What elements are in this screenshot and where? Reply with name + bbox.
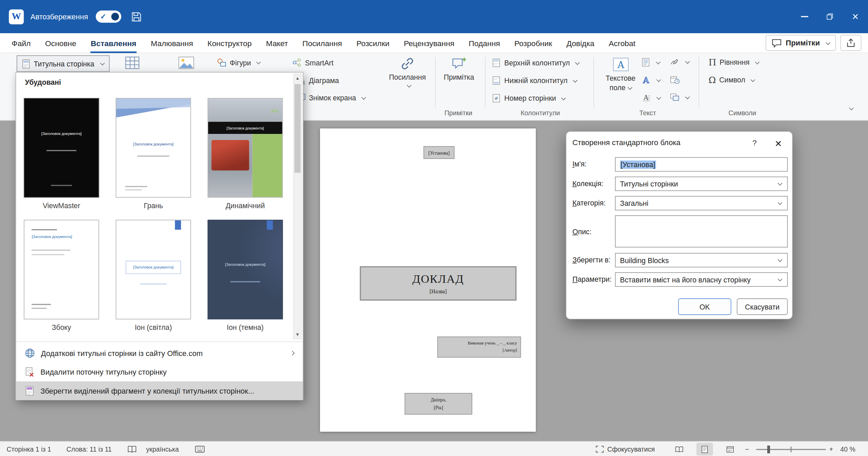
- autosave-toggle[interactable]: ✓: [96, 11, 121, 23]
- keyboard-language-button[interactable]: [195, 442, 205, 456]
- object-icon: [670, 93, 680, 101]
- tab-insert[interactable]: Вставлення: [83, 33, 143, 53]
- gallery-scrollbar[interactable]: ▲ ▼: [293, 74, 301, 339]
- submenu-arrow-icon: [290, 351, 295, 356]
- thumb-title: [Заголовок документа]: [32, 234, 87, 239]
- save-in-select[interactable]: Building Blocks: [615, 253, 788, 267]
- tab-acrobat[interactable]: Acrobat: [601, 33, 643, 53]
- tab-draw[interactable]: Малювання: [143, 33, 200, 53]
- screenshot-label: Знімок екрана: [309, 94, 356, 102]
- header-button[interactable]: Верхній колонтитул: [492, 58, 579, 67]
- word-logo-icon[interactable]: W: [9, 9, 24, 24]
- new-comment-button[interactable]: Примітка: [441, 57, 477, 81]
- options-select[interactable]: Вставити вміст на його власну сторінку: [615, 272, 788, 286]
- zoom-in-button[interactable]: +: [829, 442, 833, 456]
- read-mode-button[interactable]: [671, 442, 688, 456]
- wordart-button[interactable]: A: [641, 75, 660, 85]
- symbol-button[interactable]: Ω Символ: [709, 75, 755, 85]
- minimize-button[interactable]: [792, 0, 817, 33]
- thumb-decor: [32, 250, 71, 251]
- city-year-content-control[interactable]: Дніпро, [Рік]: [405, 393, 472, 415]
- document-page[interactable]: [Установа] ДОКЛАД [Назва] Виконав учень …: [320, 128, 536, 432]
- chevron-down-icon: [777, 181, 782, 185]
- focus-button[interactable]: Сфокусуватися: [596, 442, 655, 456]
- page-indicator[interactable]: Сторінка 1 із 1: [7, 442, 51, 456]
- ok-button[interactable]: OK: [678, 298, 731, 315]
- scroll-down-button[interactable]: ▼: [294, 331, 301, 339]
- table-button[interactable]: [125, 57, 139, 70]
- tab-home[interactable]: Основне: [38, 33, 83, 53]
- thumb-decor: [125, 190, 141, 191]
- tab-review[interactable]: Рецензування: [397, 33, 461, 53]
- tab-developer[interactable]: Розробник: [507, 33, 559, 53]
- drop-cap-button[interactable]: A: [641, 93, 660, 102]
- dialog-close-button[interactable]: ✕: [770, 136, 787, 151]
- shapes-button[interactable]: Фігури: [217, 58, 260, 67]
- svg-text:A: A: [617, 59, 624, 71]
- date-time-button[interactable]: [670, 75, 680, 84]
- tab-references[interactable]: Посилання: [295, 33, 349, 53]
- tab-view[interactable]: Подання: [461, 33, 507, 53]
- cover-thumbnail-dynamic[interactable]: [Рік] [Заголовок документа] Динамічний: [208, 98, 283, 210]
- category-select[interactable]: Загальні: [615, 196, 788, 210]
- institution-content-control[interactable]: [Установа]: [423, 146, 454, 159]
- cover-page-button[interactable]: Титульна сторінка: [17, 55, 110, 72]
- cover-thumbnail-ion-dark[interactable]: [Заголовок документа] Іон (темна): [208, 220, 283, 332]
- textbox-label-line1: Текстове: [606, 74, 635, 82]
- tab-file[interactable]: Файл: [4, 33, 38, 53]
- title-content-control[interactable]: ДОКЛАД [Назва]: [360, 266, 516, 300]
- zoom-level[interactable]: 40 %: [840, 442, 855, 456]
- more-cover-pages-item[interactable]: Додаткові титульні сторінки із сайту Off…: [16, 344, 303, 363]
- scroll-up-button[interactable]: ▲: [294, 74, 301, 82]
- language-indicator[interactable]: українська: [146, 442, 179, 456]
- author-content-control[interactable]: Виконав учень _ – _ класу [Автор]: [437, 337, 521, 358]
- cover-thumbnail-gran[interactable]: [Заголовок документа] Грань: [116, 98, 191, 210]
- footer-button[interactable]: Нижній колонтитул: [492, 76, 577, 85]
- save-icon[interactable]: [131, 11, 142, 22]
- print-layout-button[interactable]: [696, 442, 713, 456]
- word-count[interactable]: Слова: 11 із 11: [66, 442, 112, 456]
- screenshot-button[interactable]: Знімок екрана: [297, 94, 366, 102]
- collapse-ribbon-button[interactable]: [847, 106, 853, 111]
- collection-select[interactable]: Титульні сторінки: [615, 177, 788, 191]
- tab-layout[interactable]: Макет: [259, 33, 295, 53]
- signature-line-button[interactable]: [670, 58, 689, 66]
- name-input-value: [Установа]: [620, 160, 656, 168]
- restore-button[interactable]: [817, 0, 843, 33]
- cover-thumbnail-viewmaster[interactable]: [Заголовок документа] ViewMaster: [24, 98, 99, 210]
- zoom-slider-thumb[interactable]: [767, 445, 770, 453]
- close-button[interactable]: ×: [843, 0, 868, 33]
- share-button[interactable]: [840, 35, 861, 51]
- textbox-button[interactable]: A Текстове поле: [604, 56, 638, 92]
- tab-mailings[interactable]: Розсилки: [349, 33, 397, 53]
- proofing-status[interactable]: [127, 442, 137, 456]
- link-button[interactable]: Посилання: [388, 57, 428, 88]
- description-textarea[interactable]: [615, 215, 788, 247]
- smartart-button[interactable]: SmartArt: [292, 58, 333, 67]
- tab-help[interactable]: Довідка: [559, 33, 601, 53]
- cover-page-icon: [22, 59, 30, 68]
- remove-cover-page-item[interactable]: Видалити поточну титульну сторінку: [16, 362, 303, 381]
- toggle-knob: [111, 13, 119, 21]
- quick-parts-button[interactable]: [641, 58, 660, 67]
- save-selection-item[interactable]: Зберегти виділений фрагмент у колекції т…: [16, 381, 303, 400]
- doc-author-placeholder: [Автор]: [441, 347, 517, 354]
- cover-thumbnail-sideline[interactable]: [Заголовок документа] Збоку: [24, 220, 99, 332]
- cover-thumbnail-ion-light[interactable]: [Заголовок документа] Іон (світла): [116, 220, 191, 332]
- equation-button[interactable]: Π Рівняння: [709, 57, 759, 67]
- object-button[interactable]: [670, 93, 689, 101]
- zoom-slider[interactable]: [756, 449, 826, 450]
- page-number-button[interactable]: # Номер сторінки: [492, 94, 566, 103]
- name-input[interactable]: [Установа]: [615, 157, 788, 172]
- comments-button[interactable]: Примітки: [766, 35, 836, 51]
- zoom-out-button[interactable]: −: [745, 442, 749, 456]
- tab-design[interactable]: Конструктор: [200, 33, 259, 53]
- scrollbar-thumb[interactable]: [295, 84, 301, 173]
- web-layout-button[interactable]: [722, 442, 738, 456]
- thumb-title: [Заголовок документа]: [124, 142, 183, 147]
- help-icon[interactable]: ?: [752, 138, 757, 147]
- text-group-label: Текст: [600, 109, 695, 117]
- chevron-down-icon: [656, 95, 661, 100]
- cancel-button[interactable]: Скасувати: [737, 298, 788, 315]
- pictures-button[interactable]: [178, 57, 194, 70]
